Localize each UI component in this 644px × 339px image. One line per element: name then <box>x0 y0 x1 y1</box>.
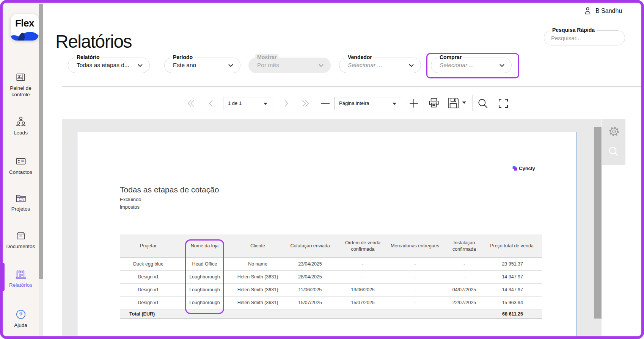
report-icon <box>14 267 28 281</box>
column-header: Nome da loja <box>177 234 232 258</box>
filter-report-value: Todas as etapas d... <box>77 58 129 72</box>
cell: 28/04/2025 <box>283 270 337 283</box>
last-page-button[interactable] <box>301 98 311 109</box>
user-name: B Sandhu <box>595 8 622 14</box>
sidebar-item-label: Ajuda <box>3 322 39 329</box>
cell: Head Office <box>177 258 232 271</box>
first-page-button[interactable] <box>186 98 196 109</box>
caret-down-icon <box>462 102 466 104</box>
zoom-mode-select[interactable]: Página inteira <box>334 97 401 110</box>
leads-icon <box>14 115 28 128</box>
save-icon <box>446 96 460 110</box>
chevron-down-icon <box>318 62 324 69</box>
report-subtitle-line2: impostos <box>120 204 140 210</box>
filter-salesperson-value: Selecionar ... <box>348 58 382 72</box>
search-input[interactable] <box>544 31 625 45</box>
sidebar-item-label: Leads <box>3 130 39 136</box>
total-label: Total (EUR) <box>120 309 177 319</box>
user-icon <box>583 6 592 16</box>
cell: Helen Smith (3631) <box>232 270 283 283</box>
sidebar-item-documents[interactable]: Documentos <box>3 229 39 250</box>
zoom-in-button[interactable] <box>408 98 419 110</box>
sidebar-item-label: Contactos <box>3 169 39 176</box>
cyncly-logo: Cyncly <box>512 166 535 171</box>
cell: - <box>388 296 441 309</box>
zoom-out-button[interactable] <box>320 99 331 109</box>
report-table: Projetar Nome da loja Cliente Cotatação … <box>120 234 542 319</box>
cell: - <box>337 258 388 271</box>
column-header: Ordem de venda confirmada <box>337 234 388 258</box>
sidebar-item-reports[interactable]: Relatórios <box>3 267 39 289</box>
cell: 15/07/2025 <box>337 296 388 309</box>
sidebar-item-projects[interactable]: Projetos <box>3 192 39 212</box>
sidebar-item-help[interactable]: ? Ajuda <box>3 308 39 329</box>
minus-icon <box>320 99 331 108</box>
chevron-down-icon <box>499 62 505 69</box>
sidebar-item-label: Painel de controle <box>3 85 39 98</box>
sidebar-item-label: Documentos <box>3 244 39 250</box>
column-header: Mercadorias entregues <box>388 234 441 258</box>
report-page: Cyncly Todas as etapas de cotação Exclui… <box>77 132 576 339</box>
cell: 13/06/2025 <box>337 283 388 296</box>
print-icon <box>427 97 441 109</box>
search-in-report-button[interactable] <box>477 97 489 111</box>
save-options-button[interactable] <box>462 102 466 104</box>
filter-period[interactable]: Período Este ano <box>164 58 240 73</box>
page-number-value: 1 de 1 <box>228 100 242 106</box>
sidebar-item-leads[interactable]: Leads <box>3 115 39 136</box>
user-menu[interactable]: B Sandhu <box>583 6 622 16</box>
fullscreen-icon <box>498 98 509 109</box>
sidebar-scrollbar-thumb[interactable] <box>39 4 43 279</box>
column-header: Cliente <box>232 234 283 258</box>
filter-salesperson[interactable]: Vendedor Selecionar ... <box>339 58 421 73</box>
total-value: 68 611.25 <box>487 309 542 319</box>
print-button[interactable] <box>427 97 441 111</box>
cell: Helen Smith (3631) <box>232 283 283 296</box>
quick-search: Pesquisa Rápida <box>544 30 625 45</box>
fullscreen-button[interactable] <box>498 98 509 110</box>
double-chevron-left-icon <box>186 98 196 108</box>
filter-report[interactable]: Relatório Todas as etapas d... <box>68 58 150 73</box>
page-number-select[interactable]: 1 de 1 <box>223 97 272 110</box>
chevron-left-icon <box>206 98 216 108</box>
cell: - <box>388 283 441 296</box>
zoom-mode-value: Página inteira <box>339 100 369 106</box>
cell: - <box>441 258 487 271</box>
sidebar-item-contacts[interactable]: Contactos <box>3 155 39 176</box>
report-subtitle-line1: Excluindo <box>120 197 141 202</box>
filter-show-by-value: Por mês <box>257 58 279 72</box>
cell: 23 951.37 <box>487 258 542 271</box>
report-title: Todas as etapas de cotação <box>120 185 219 194</box>
save-button[interactable] <box>446 96 460 111</box>
contact-card-icon <box>14 155 27 168</box>
gear-icon <box>607 125 621 138</box>
viewer-side-panel <box>602 119 625 165</box>
cell: No name <box>232 258 283 271</box>
cell: - <box>388 258 441 271</box>
column-header: Projetar <box>120 234 177 258</box>
toolbar-separator <box>472 95 473 111</box>
folder-icon <box>14 192 27 205</box>
flex-logo[interactable]: Flex <box>11 14 39 41</box>
viewer-settings-button[interactable] <box>607 125 621 139</box>
previous-page-button[interactable] <box>206 98 216 109</box>
chevron-down-icon <box>137 62 143 69</box>
search-icon <box>607 145 620 158</box>
cell: Loughborough <box>177 296 232 309</box>
table-row: Design v1 Loughborough Helen Smith (3631… <box>120 296 542 309</box>
svg-text:?: ? <box>19 311 22 317</box>
cell: 04/07/2025 <box>441 283 487 296</box>
next-page-button[interactable] <box>281 98 291 109</box>
viewer-scrollbar-thumb[interactable] <box>594 127 602 319</box>
filter-purchase[interactable]: Comprar Selecionar ... <box>431 58 512 73</box>
sidebar-item-dashboard[interactable]: Painel de controle <box>3 71 39 98</box>
cell: Helen Smith (3631) <box>232 296 283 309</box>
plus-icon <box>408 98 419 109</box>
table-row: Design v1 Loughborough Helen Smith (3631… <box>120 270 542 283</box>
filter-show-by: Mostrar Por mês <box>248 58 331 73</box>
cell: - <box>441 270 487 283</box>
table-row: Design v1 Loughborough Helen Smith (3631… <box>120 283 542 296</box>
sidebar-scrollbar[interactable] <box>39 3 43 336</box>
app-window: Flex Painel de controle <box>0 0 644 339</box>
viewer-search-button[interactable] <box>607 145 620 159</box>
